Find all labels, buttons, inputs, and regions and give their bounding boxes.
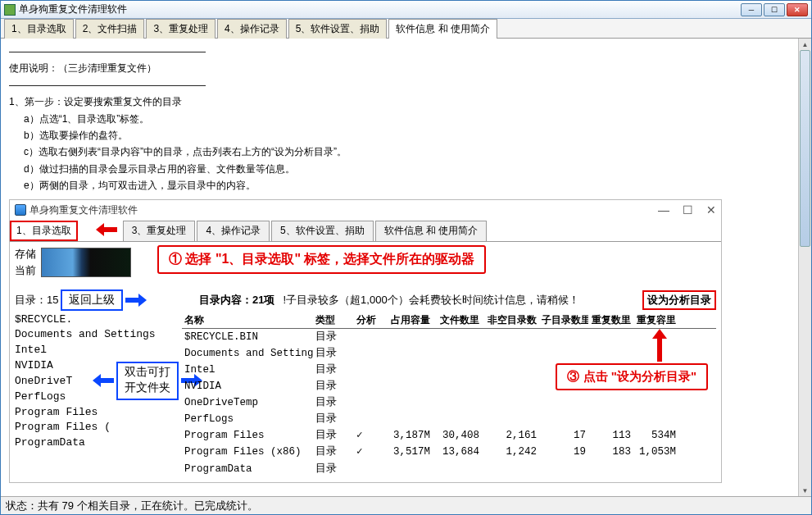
hdr-dup-count: 重复数里 [588,312,633,328]
inner-tab-log: 4、操作记录 [197,221,270,241]
inner-title: 单身狗重复文件清理软件 [29,203,658,217]
table-row: Documents and Settings目录 [182,345,716,362]
table-row: OneDriveTemp目录 [182,394,716,411]
blue-arrow-left-icon [93,373,114,388]
maximize-button[interactable]: ☐ [764,3,785,16]
inner-tab-info: 软件信息 和 使用简介 [375,221,488,241]
inner-tab-dup: 3、重复处理 [123,221,196,241]
tab-file-scan[interactable]: 2、文件扫描 [75,19,145,39]
left-list-item: Documents and Settings [15,327,179,343]
help-intro: 使用说明：（三步清理重复文件） [9,60,803,76]
red-arrow-up-icon [652,329,667,362]
red-arrow-icon [96,221,122,236]
tab-operation-log[interactable]: 4、操作记录 [217,19,287,39]
left-list-item: Program Files ( [15,420,179,435]
blue-arrow-right-icon [125,293,147,308]
back-up-button: 返回上级 [61,289,123,311]
inner-close-icon: ✕ [706,203,716,216]
help-b: b）选取要操作的盘符。 [9,127,803,144]
table-row: $RECYCLE.BIN目录 [182,329,716,345]
current-label: 当前 [15,263,36,278]
app-icon [4,4,16,16]
help-dashes: ———————————————————— [9,43,803,60]
tab-settings-donate[interactable]: 5、软件设置、捐助 [288,19,388,39]
left-list-item: Intel [15,343,179,358]
window-title: 单身狗重复文件清理软件 [19,2,741,16]
hdr-type: 类型 [313,312,354,328]
help-step1: 1、第一步：设定要搜索重复文件的目录 [9,93,803,110]
scrollbar[interactable]: ▲ ▼ [798,39,811,496]
inner-titlebar: 单身狗重复文件清理软件 — ☐ ✕ [10,200,721,221]
left-dir-list: $RECYCLE.Documents and SettingsIntelNVID… [15,312,179,452]
help-c: c）选取右侧列表“目录内容”中的目录，点击列表右上方的“设为分析目录”。 [9,144,803,160]
hdr-files: 文件数里 [433,312,482,328]
callout-step1: ① 选择 "1、目录选取" 标签，选择文件所在的驱动器 [157,245,486,274]
inner-app-icon [15,204,26,216]
minimize-button[interactable]: ─ [741,3,762,16]
inner-minimize-icon: — [658,203,669,216]
help-dashes2: ———————————————————— [9,77,803,93]
scroll-up-icon[interactable]: ▲ [799,39,811,50]
table-row: PerfLogs目录 [182,411,716,427]
help-e: e）两侧的目录，均可双击进入，显示目录中的内容。 [9,177,803,194]
dir-count-label: 目录：15 [15,293,58,308]
right-table: 名称 类型 分析 占用容量 文件数里 非空目录数 子目录数里 重复数里 重复容里… [182,312,716,477]
table-row: Program Files (x86)目录✓3,517M13,6841,2421… [182,444,716,460]
inner-tabs: 1、目录选取 3、重复处理 4、操作记录 5、软件设置、捐助 软件信息 和 使用… [10,221,721,242]
scroll-down-icon[interactable]: ▼ [799,485,811,496]
titlebar[interactable]: 单身狗重复文件清理软件 ─ ☐ ✕ [1,1,811,19]
inner-tab-dir-select: 1、目录选取 [10,221,78,241]
dir-content-label: 目录内容：21项 [199,293,274,308]
scroll-thumb[interactable] [800,50,810,247]
inner-screenshot: 单身狗重复文件清理软件 — ☐ ✕ 1、目录选取 3、重复处理 4、操作记录 5… [9,199,722,483]
callout-step3: ③ 点击 "设为分析目录" [556,363,708,390]
content-area: ▲ ▼ ———————————————————— 使用说明：（三步清理重复文件）… [1,39,811,496]
hdr-subdirs: 子目录数里 [539,312,588,328]
tab-info-help[interactable]: 软件信息 和 使用简介 [388,19,497,39]
left-list-item: $RECYCLE. [15,312,179,328]
tab-dup-process[interactable]: 3、重复处理 [146,19,215,39]
table-row: ProgramData目录 [182,461,716,477]
drive-graphic [41,248,131,277]
outer-tabs: 1、目录选取 2、文件扫描 3、重复处理 4、操作记录 5、软件设置、捐助 软件… [1,19,811,39]
storage-label: 存储 [15,247,36,262]
set-analysis-dir-button: 设为分析目录 [642,290,716,310]
help-a: a）点选“1、目录选取”标签。 [9,111,803,127]
status-text: 状态：共有 79 个相关目录，正在统计。已完成统计。 [6,499,258,513]
left-list-item: Program Files [15,405,179,421]
double-click-hint: 双击可打 开文件夹 [116,362,179,400]
inner-maximize-icon: ☐ [683,203,693,216]
hdr-size: 占用容量 [383,312,433,328]
hdr-name: 名称 [182,312,313,328]
table-row: Program Files目录✓3,187M30,4082,1611711353… [182,427,716,444]
tab-dir-select[interactable]: 1、目录选取 [4,19,74,39]
help-d: d）做过扫描的目录会显示目录占用的容量、文件数量等信息。 [9,161,803,177]
hdr-analysis: 分析 [354,312,383,328]
dir-content-warning: !子目录较多（超1,000个）会耗费较长时间统计信息，请稍候！ [283,293,578,308]
hdr-dup-size: 重复容里 [633,312,678,328]
hdr-nonempty-dirs: 非空目录数 [482,312,539,328]
close-button[interactable]: ✕ [787,3,808,16]
left-list-item: ProgramData [15,435,179,451]
inner-tab-settings: 5、软件设置、捐助 [271,221,374,241]
statusbar: 状态：共有 79 个相关目录，正在统计。已完成统计。 [1,496,811,514]
app-window: 单身狗重复文件清理软件 ─ ☐ ✕ 1、目录选取 2、文件扫描 3、重复处理 4… [0,0,812,515]
